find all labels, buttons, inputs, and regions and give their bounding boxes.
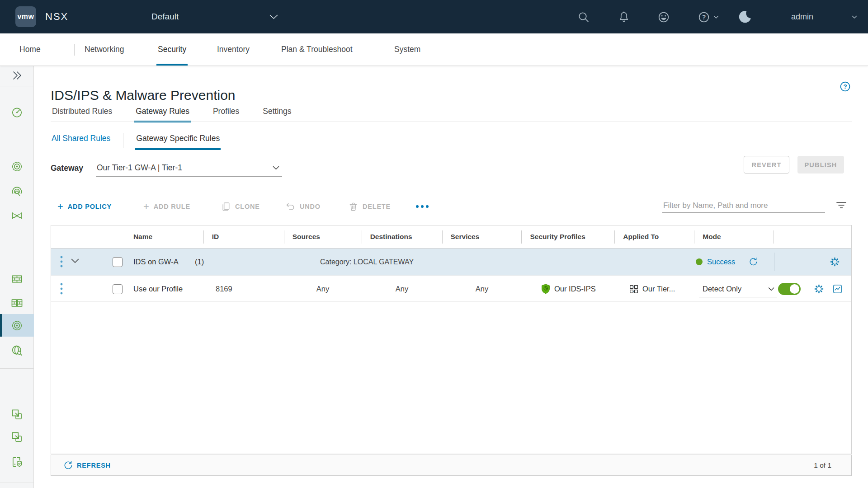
column-header-applied-to: Applied To [614, 225, 694, 248]
sidebar-item-filtering-analysis[interactable] [0, 204, 34, 227]
page-help-icon[interactable]: ? [839, 80, 851, 93]
sidebar-item-security-overview[interactable] [0, 101, 34, 123]
host-shield-icon [11, 456, 23, 468]
nav-item-system[interactable]: System [393, 33, 422, 66]
drag-handle-icon[interactable] [58, 282, 65, 296]
gauge-dashboard-icon [11, 106, 23, 118]
tabs-rule [51, 122, 852, 122]
user-menu-caret-icon [852, 15, 857, 19]
rule-applied-to[interactable]: Our Tier... [629, 276, 675, 302]
tab-distributed-rules[interactable]: Distributed Rules [51, 107, 113, 122]
rule-security-profile[interactable]: Our IDS-IPS [541, 276, 596, 302]
more-actions-button[interactable] [415, 198, 429, 215]
sidebar-item-url-analysis[interactable] [0, 339, 34, 361]
column-header-security-profiles: Security Profiles [521, 225, 614, 248]
tab-settings[interactable]: Settings [261, 107, 292, 122]
nav-item-plan-troubleshoot[interactable]: Plan & Troubleshoot [280, 33, 354, 66]
delete-label: DELETE [363, 203, 391, 210]
user-menu[interactable]: admin [791, 0, 813, 33]
rule-security-profile-label: Our IDS-IPS [554, 285, 596, 293]
sidebar-divider [0, 86, 34, 86]
rule-services[interactable]: Any [442, 276, 522, 302]
rules-subtabs: All Shared Rules Gateway Specific Rules [51, 132, 221, 150]
rule-mode-value: Detect Only [703, 285, 741, 293]
delete-button[interactable]: DELETE [348, 198, 391, 215]
radar-search-icon [11, 186, 23, 198]
revert-button[interactable]: REVERT [744, 156, 789, 174]
sidebar-expand-button[interactable] [0, 66, 34, 85]
sidebar-item-network-introspection-ew[interactable] [0, 403, 34, 426]
pagination-info: 1 of 1 [814, 455, 831, 475]
sidebar-item-network-introspection-ns[interactable] [0, 426, 34, 448]
refresh-label: REFRESH [77, 462, 111, 469]
sidebar-item-gateway-firewall[interactable] [0, 267, 34, 290]
status-refresh-icon[interactable] [748, 257, 758, 267]
column-header-sources: Sources [284, 225, 362, 248]
policy-status[interactable]: Success [707, 249, 735, 275]
gateway-label: Gateway [51, 164, 96, 173]
sidebar-item-endpoint-protection[interactable] [0, 450, 34, 473]
nav-item-inventory[interactable]: Inventory [216, 33, 251, 66]
table-header-row: Name ID Sources Destinations Services Se… [51, 225, 851, 249]
plus-icon: + [143, 202, 150, 211]
username-label: admin [791, 12, 813, 22]
product-name: NSX [45, 0, 68, 33]
sidebar-item-distributed-firewall[interactable] [0, 291, 34, 314]
nav-divider [74, 44, 75, 56]
column-header-id: ID [203, 225, 284, 248]
tab-profiles[interactable]: Profiles [212, 107, 241, 122]
rule-id: 8169 [216, 276, 232, 302]
subtab-gateway-specific-rules[interactable]: Gateway Specific Rules [135, 132, 221, 150]
rule-settings-gear-icon[interactable] [814, 284, 824, 294]
help-icon[interactable]: ? [698, 11, 710, 23]
search-icon[interactable] [577, 11, 590, 23]
clone-button[interactable]: CLONE [221, 198, 260, 215]
gateway-select-value: Our Tier-1 GW-A | Tier-1 [97, 163, 182, 173]
row-divider [774, 253, 774, 271]
policy-name[interactable]: IDS on GW-A [133, 249, 179, 275]
vmware-logo: vmw [15, 6, 36, 27]
rules-toolbar: + ADD POLICY + ADD RULE CLONE UNDO DELET… [34, 198, 868, 215]
nav-item-networking[interactable]: Networking [83, 33, 126, 66]
chevron-down-icon [273, 166, 279, 170]
notifications-bell-icon[interactable] [618, 11, 630, 23]
nav-item-home[interactable]: Home [18, 33, 42, 66]
undo-label: UNDO [300, 203, 321, 210]
drag-handle-icon[interactable] [58, 255, 65, 268]
sidebar-item-ids-ips[interactable] [0, 155, 34, 178]
rule-checkbox[interactable] [113, 284, 123, 294]
rule-enabled-toggle[interactable] [778, 283, 801, 295]
rule-mode-select[interactable]: Detect Only [699, 281, 777, 297]
add-rule-button[interactable]: + ADD RULE [143, 198, 190, 215]
feedback-smiley-icon[interactable] [657, 11, 670, 23]
status-success-dot [696, 258, 703, 265]
rule-statistics-chart-icon[interactable] [832, 284, 843, 294]
policy-expander-chevron-icon[interactable] [71, 258, 79, 264]
column-header-mode: Mode [694, 225, 774, 248]
policy-checkbox[interactable] [113, 257, 123, 267]
table-footer: REFRESH 1 of 1 [51, 455, 852, 476]
filter-input[interactable] [662, 199, 827, 212]
undo-button[interactable]: UNDO [285, 198, 321, 215]
tab-gateway-rules[interactable]: Gateway Rules [134, 107, 191, 122]
publish-button[interactable]: PUBLISH [797, 156, 844, 174]
rule-name[interactable]: Use our Profile [133, 276, 183, 302]
dark-mode-moon-icon[interactable] [738, 9, 750, 22]
rule-destinations[interactable]: Any [362, 276, 442, 302]
project-selector[interactable]: Default [151, 0, 278, 33]
column-header-actions [774, 225, 851, 248]
sidebar-item-ids-ips-malware-prevention-active[interactable] [0, 314, 34, 337]
filter-icon[interactable] [835, 199, 848, 211]
column-header-destinations: Destinations [362, 225, 442, 248]
rule-sources[interactable]: Any [284, 276, 362, 302]
subtab-all-shared-rules[interactable]: All Shared Rules [51, 132, 111, 150]
policy-settings-gear-icon[interactable] [830, 257, 840, 267]
firewall-pair-icon [11, 297, 23, 309]
add-policy-button[interactable]: + ADD POLICY [57, 198, 112, 215]
clone-label: CLONE [235, 203, 260, 210]
nav-item-security[interactable]: Security [156, 33, 188, 66]
refresh-button[interactable]: REFRESH [63, 455, 111, 475]
sidebar-item-suspicious-traffic[interactable] [0, 180, 34, 203]
column-header-name: Name [125, 225, 203, 248]
gateway-select[interactable]: Our Tier-1 GW-A | Tier-1 [96, 160, 282, 177]
